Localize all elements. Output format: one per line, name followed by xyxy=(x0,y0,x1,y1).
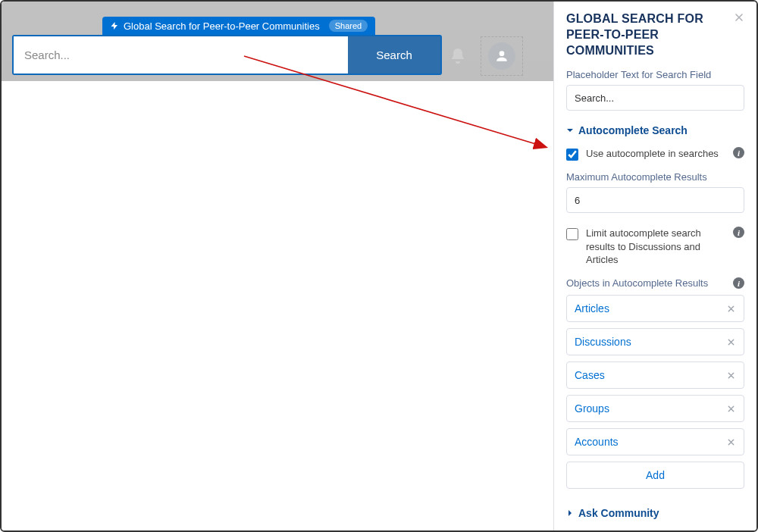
component-tab[interactable]: Global Search for Peer-to-Peer Communiti… xyxy=(102,17,375,35)
object-pill-label: Accounts xyxy=(575,436,619,448)
add-object-button[interactable]: Add xyxy=(566,462,744,489)
remove-object-button[interactable] xyxy=(726,371,736,380)
ask-community-section-toggle[interactable]: Ask Community xyxy=(566,507,744,519)
close-icon xyxy=(733,11,745,23)
object-pill[interactable]: Cases xyxy=(566,361,744,389)
lightning-icon xyxy=(110,20,119,32)
shared-badge: Shared xyxy=(329,20,368,32)
close-icon xyxy=(726,437,736,447)
object-pill[interactable]: Discussions xyxy=(566,328,744,355)
objects-label: Objects in Autocomplete Results xyxy=(566,277,708,289)
object-pill-label: Discussions xyxy=(575,336,631,348)
panel-title: GLOBAL SEARCH FOR PEER-TO-PEER COMMUNITI… xyxy=(566,11,744,58)
remove-object-button[interactable] xyxy=(726,304,736,314)
notifications-icon[interactable] xyxy=(449,47,467,65)
close-icon xyxy=(726,304,736,314)
top-bar: Global Search for Peer-to-Peer Communiti… xyxy=(2,2,553,81)
autocomplete-section-toggle[interactable]: Autocomplete Search xyxy=(566,124,744,136)
avatar xyxy=(488,42,515,70)
remove-object-button[interactable] xyxy=(726,437,736,447)
object-pill-label: Cases xyxy=(575,369,605,381)
search-button[interactable]: Search xyxy=(348,36,440,74)
chevron-down-icon xyxy=(566,127,574,134)
component-tab-label: Global Search for Peer-to-Peer Communiti… xyxy=(124,20,320,32)
profile-slot[interactable] xyxy=(481,36,523,76)
info-icon[interactable]: i xyxy=(733,147,744,158)
object-pill[interactable]: Accounts xyxy=(566,428,744,455)
use-autocomplete-checkbox[interactable] xyxy=(566,149,578,161)
section-label: Autocomplete Search xyxy=(578,124,688,136)
close-icon xyxy=(726,404,736,414)
close-icon xyxy=(726,337,736,347)
limit-results-label: Limit autocomplete search results to Dis… xyxy=(586,227,725,267)
max-results-label: Maximum Autocomplete Results xyxy=(566,171,744,183)
remove-object-button[interactable] xyxy=(726,404,736,414)
user-icon xyxy=(494,49,509,64)
canvas: Global Search for Peer-to-Peer Communiti… xyxy=(2,2,553,530)
info-icon[interactable]: i xyxy=(733,277,744,289)
max-results-input[interactable] xyxy=(566,187,744,213)
object-pill-label: Articles xyxy=(575,302,609,315)
section-label: Ask Community xyxy=(578,507,659,519)
object-pill[interactable]: Groups xyxy=(566,395,744,422)
placeholder-field-input[interactable] xyxy=(566,85,744,111)
placeholder-field-label: Placeholder Text for Search Field xyxy=(566,69,744,80)
global-search-component[interactable]: Search xyxy=(12,35,442,75)
properties-panel: GLOBAL SEARCH FOR PEER-TO-PEER COMMUNITI… xyxy=(553,2,756,530)
close-panel-button[interactable] xyxy=(729,8,749,27)
use-autocomplete-label: Use autocomplete in searches xyxy=(586,147,725,161)
search-input[interactable] xyxy=(14,36,348,74)
limit-results-checkbox[interactable] xyxy=(566,228,578,240)
remove-object-button[interactable] xyxy=(726,337,736,347)
object-pill[interactable]: Articles xyxy=(566,295,744,322)
close-icon xyxy=(726,371,736,380)
object-pill-label: Groups xyxy=(575,402,609,415)
info-icon[interactable]: i xyxy=(733,227,744,238)
chevron-right-icon xyxy=(566,509,574,517)
